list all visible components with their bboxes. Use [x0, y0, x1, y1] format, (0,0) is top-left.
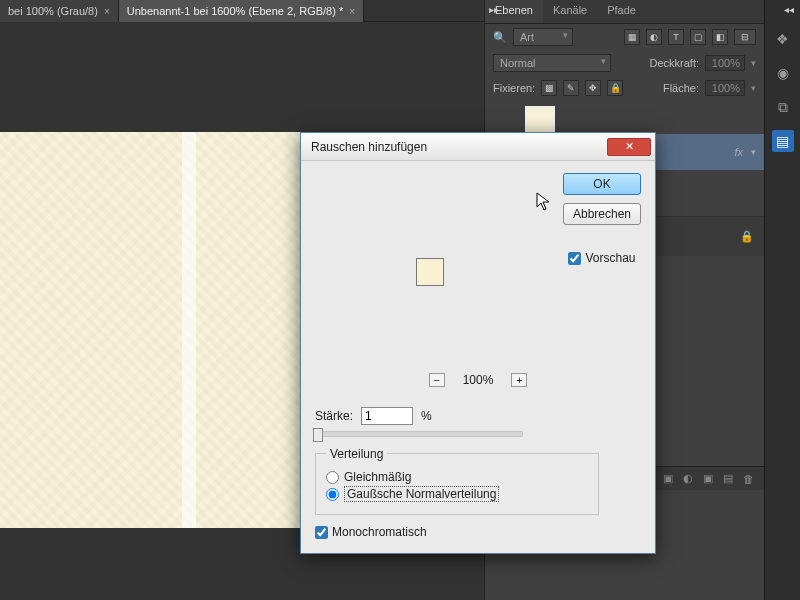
tab-paths[interactable]: Pfade — [597, 0, 646, 23]
gaussian-radio[interactable]: Gaußsche Normalverteilung — [326, 486, 588, 502]
close-icon[interactable]: × — [349, 6, 355, 17]
filter-label: Art — [520, 31, 534, 43]
history-icon[interactable]: ▤ — [772, 130, 794, 152]
monochrome-checkbox[interactable]: Monochromatisch — [315, 525, 641, 539]
lock-transparency-icon[interactable]: ▩ — [541, 80, 557, 96]
lock-position-icon[interactable]: ✥ — [585, 80, 601, 96]
preview-swatch — [416, 258, 444, 286]
canvas-stripe — [182, 132, 196, 528]
blend-mode-select[interactable]: Normal — [493, 54, 611, 72]
monochrome-label: Monochromatisch — [332, 525, 427, 539]
lock-label: Fixieren: — [493, 82, 535, 94]
monochrome-checkbox-input[interactable] — [315, 526, 328, 539]
dialog-close-button[interactable]: ✕ — [607, 138, 651, 156]
expand-icon[interactable]: ◂◂ — [784, 4, 794, 15]
filter-pixel-icon[interactable]: ▦ — [624, 29, 640, 45]
adjustment-icon[interactable]: ◐ — [683, 472, 693, 485]
lock-row: Fixieren: ▩ ✎ ✥ 🔒 Fläche: 100% ▾ — [485, 76, 764, 100]
uniform-radio-input[interactable] — [326, 471, 339, 484]
filter-adjust-icon[interactable]: ◐ — [646, 29, 662, 45]
document-tab[interactable]: bei 100% (Grau/8) × — [0, 0, 119, 22]
chevron-down-icon[interactable]: ▾ — [751, 83, 756, 93]
uniform-radio[interactable]: Gleichmäßig — [326, 470, 588, 484]
opacity-label: Deckkraft: — [649, 57, 699, 69]
strength-input[interactable] — [361, 407, 413, 425]
zoom-in-button[interactable]: + — [511, 373, 527, 387]
tab-label: bei 100% (Grau/8) — [8, 5, 98, 17]
chevron-down-icon[interactable]: ▾ — [751, 58, 756, 68]
ok-button[interactable]: OK — [563, 173, 641, 195]
add-noise-dialog: Rauschen hinzufügen ✕ OK Abbrechen Vorsc… — [300, 132, 656, 554]
zoom-out-button[interactable]: − — [429, 373, 445, 387]
layers-icon[interactable]: ❖ — [772, 28, 794, 50]
tab-channels[interactable]: Kanäle — [543, 0, 597, 23]
filter-toggle[interactable]: ⊟ — [734, 29, 756, 45]
close-icon[interactable]: × — [104, 6, 110, 17]
zoom-row: − 100% + — [315, 373, 641, 387]
color-icon[interactable]: ◉ — [772, 62, 794, 84]
group-icon[interactable]: ▣ — [703, 472, 713, 485]
mask-icon[interactable]: ▣ — [663, 472, 673, 485]
blend-mode-value: Normal — [500, 57, 535, 69]
opacity-value[interactable]: 100% — [705, 55, 745, 71]
lock-pixels-icon[interactable]: ✎ — [563, 80, 579, 96]
distribution-legend: Verteilung — [326, 447, 387, 461]
filter-type-icon[interactable]: T — [668, 29, 684, 45]
uniform-label: Gleichmäßig — [344, 470, 411, 484]
dock-bar: ◂◂ ❖ ◉ ⧉ ▤ — [764, 0, 800, 600]
document-tab[interactable]: Unbenannt-1 bei 1600% (Ebene 2, RGB/8) *… — [119, 0, 364, 22]
strength-row: Stärke: % — [315, 407, 641, 425]
filter-shape-icon[interactable]: ▢ — [690, 29, 706, 45]
lock-icon: 🔒 — [740, 230, 754, 243]
lock-all-icon[interactable]: 🔒 — [607, 80, 623, 96]
new-layer-icon[interactable]: ▤ — [723, 472, 733, 485]
strength-slider[interactable] — [315, 431, 523, 437]
distribution-fieldset: Verteilung Gleichmäßig Gaußsche Normalve… — [315, 453, 599, 515]
layer-thumbnail[interactable] — [525, 106, 555, 134]
gaussian-radio-input[interactable] — [326, 488, 339, 501]
fill-value[interactable]: 100% — [705, 80, 745, 96]
strength-label: Stärke: — [315, 409, 353, 423]
dialog-body: OK Abbrechen Vorschau − 100% + Stärke: %… — [301, 161, 655, 553]
delete-icon[interactable]: 🗑 — [743, 473, 754, 485]
search-icon: 🔍 — [493, 31, 507, 44]
preview-area — [315, 173, 545, 371]
blend-row: Normal Deckkraft: 100% ▾ — [485, 50, 764, 76]
dialog-titlebar[interactable]: Rauschen hinzufügen ✕ — [301, 133, 655, 161]
fill-label: Fläche: — [663, 82, 699, 94]
filter-select[interactable]: Art — [513, 28, 573, 46]
panel-tabs: Ebenen Kanäle Pfade — [485, 0, 764, 24]
preview-checkbox[interactable]: Vorschau — [568, 251, 635, 265]
layer-filter-row: 🔍 Art ▦ ◐ T ▢ ◧ ⊟ — [485, 24, 764, 50]
swatches-icon[interactable]: ⧉ — [772, 96, 794, 118]
tab-label: Unbenannt-1 bei 1600% (Ebene 2, RGB/8) * — [127, 5, 343, 17]
filter-smart-icon[interactable]: ◧ — [712, 29, 728, 45]
zoom-value: 100% — [463, 373, 494, 387]
strength-unit: % — [421, 409, 432, 423]
cancel-button[interactable]: Abbrechen — [563, 203, 641, 225]
dialog-title: Rauschen hinzufügen — [311, 140, 607, 154]
gaussian-label: Gaußsche Normalverteilung — [344, 486, 499, 502]
preview-checkbox-input[interactable] — [568, 252, 581, 265]
preview-label: Vorschau — [585, 251, 635, 265]
collapse-icon[interactable]: ▸▸ — [489, 4, 499, 15]
slider-thumb[interactable] — [313, 428, 323, 442]
fx-label[interactable]: fx — [734, 146, 743, 158]
chevron-down-icon[interactable]: ▾ — [751, 147, 756, 157]
